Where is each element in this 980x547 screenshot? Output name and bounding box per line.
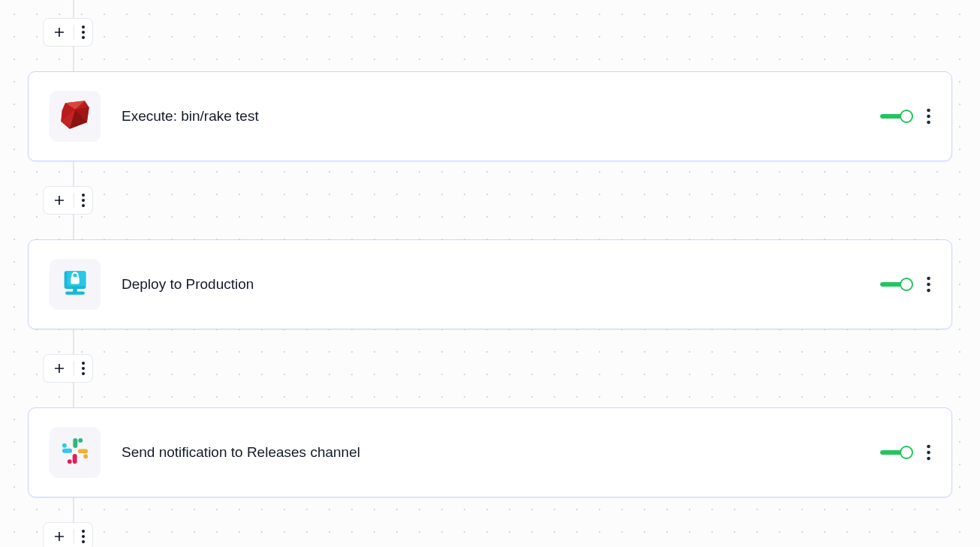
separator: [74, 529, 74, 544]
step-icon-box: [50, 427, 101, 478]
separator: [74, 361, 74, 376]
ruby-icon: [58, 98, 92, 135]
svg-point-0: [82, 26, 85, 29]
svg-rect-32: [62, 449, 72, 453]
svg-point-22: [927, 289, 930, 293]
kebab-menu-icon[interactable]: [927, 276, 930, 293]
step-icon-box: [50, 91, 101, 142]
step-label: Execute: bin/rake test: [122, 108, 880, 125]
svg-rect-26: [73, 438, 77, 448]
svg-point-37: [82, 530, 85, 533]
add-step-chip: [43, 354, 93, 383]
kebab-menu-icon[interactable]: [82, 26, 85, 39]
add-step-chip: [43, 522, 93, 547]
svg-point-13: [82, 199, 85, 202]
kebab-menu-icon[interactable]: [82, 362, 85, 375]
kebab-menu-icon[interactable]: [82, 194, 85, 207]
enable-toggle[interactable]: [880, 277, 913, 292]
separator: [74, 193, 74, 208]
add-step-chip: [43, 186, 93, 215]
pipeline-step[interactable]: Deploy to Production: [28, 239, 952, 329]
kebab-menu-icon[interactable]: [82, 530, 85, 543]
svg-rect-28: [78, 449, 88, 453]
svg-point-35: [927, 451, 930, 455]
svg-point-11: [927, 121, 930, 125]
kebab-menu-icon[interactable]: [927, 108, 930, 125]
step-label: Send notification to Releases channel: [122, 444, 880, 461]
kebab-menu-icon[interactable]: [927, 444, 930, 461]
svg-point-2: [82, 36, 85, 39]
enable-toggle[interactable]: [880, 109, 913, 124]
svg-point-10: [927, 115, 930, 119]
svg-point-9: [927, 109, 930, 113]
svg-point-1: [82, 31, 85, 34]
svg-point-29: [83, 454, 88, 458]
svg-point-38: [82, 535, 85, 538]
enable-toggle[interactable]: [880, 445, 913, 460]
svg-point-39: [82, 540, 85, 543]
svg-point-36: [927, 457, 930, 461]
svg-point-20: [927, 277, 930, 281]
svg-rect-30: [73, 454, 77, 464]
svg-point-33: [62, 443, 67, 448]
svg-point-21: [927, 283, 930, 287]
plus-icon[interactable]: [53, 530, 66, 543]
svg-point-34: [927, 445, 930, 449]
svg-rect-19: [73, 289, 77, 292]
pipeline-step[interactable]: Execute: bin/rake test: [28, 71, 952, 161]
plus-icon[interactable]: [53, 362, 66, 375]
add-step-chip: [43, 18, 93, 47]
plus-icon[interactable]: [53, 26, 66, 39]
plus-icon[interactable]: [53, 194, 66, 207]
step-label: Deploy to Production: [122, 276, 880, 293]
svg-point-25: [82, 372, 85, 375]
step-icon-box: [50, 259, 101, 310]
svg-point-31: [68, 459, 72, 464]
slack-icon: [59, 435, 91, 470]
svg-point-14: [82, 204, 85, 207]
separator: [74, 25, 74, 40]
svg-point-12: [82, 194, 85, 197]
deploy-server-icon: [58, 266, 92, 303]
svg-point-23: [82, 362, 85, 365]
svg-rect-17: [71, 277, 80, 284]
svg-point-27: [78, 438, 83, 443]
pipeline-canvas: Execute: bin/rake test: [28, 0, 952, 547]
pipeline-step[interactable]: Send notification to Releases channel: [28, 407, 952, 497]
svg-point-24: [82, 367, 85, 370]
